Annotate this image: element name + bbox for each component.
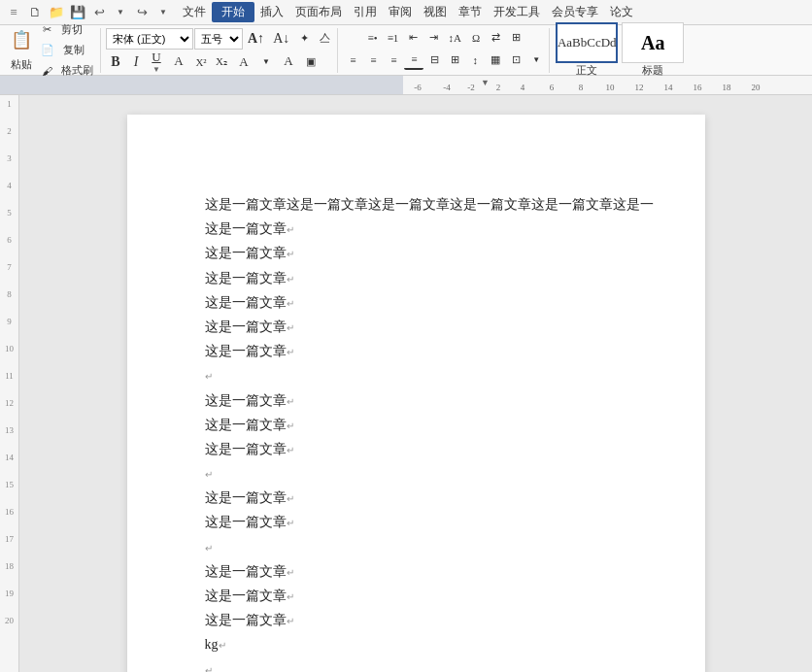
line-spacing-button[interactable]: ↕ [465,50,485,70]
underline-dropdown-icon[interactable]: ▼ [152,65,160,74]
style-heading-preview: Aa [641,32,664,54]
underline-label: U [152,50,160,65]
doc-line[interactable]: 这是一篇文章↵ [205,413,647,437]
open-doc-icon[interactable]: 📁 [47,3,66,22]
italic-button[interactable]: I [126,52,146,72]
menu-item-开发工具[interactable]: 开发工具 [488,2,546,22]
doc-line[interactable]: 这是一篇文章↵ [205,315,647,339]
redo-icon[interactable]: ↪ [132,3,152,22]
undo-icon[interactable]: ↩ [89,3,109,22]
font-color-button[interactable]: A [167,52,190,72]
style-normal-box[interactable]: AaBbCcDd [556,22,618,63]
vruler-mark: 3 [0,153,18,181]
doc-line[interactable]: 这是一篇文章↵ [205,486,647,510]
menu-item-章节[interactable]: 章节 [453,2,488,22]
highlight-button[interactable]: A [232,52,255,72]
align-center-button[interactable]: ≡ [363,50,383,70]
doc-line[interactable]: ↵ [205,535,647,559]
menu-item-论文[interactable]: 论文 [604,2,639,22]
vruler-mark: 8 [0,289,18,317]
align-justify-button[interactable]: ≡ [404,50,423,70]
paragraph-mark: ↵ [287,567,294,578]
numbered-list-button[interactable]: ≡1 [384,28,403,48]
doc-line[interactable]: 这是一篇文章↵ [205,241,647,265]
undo-dropdown-icon[interactable]: ▼ [111,3,130,22]
paragraph-mark: ↵ [287,298,294,309]
doc-line[interactable]: 这是一篇文章↵ [205,217,647,241]
special-char-button[interactable]: Ω [466,28,486,48]
align-left-button[interactable]: ≡ [343,50,362,70]
menu-item-开始[interactable]: 开始 [212,2,254,22]
bold-button[interactable]: B [106,52,125,72]
hamburger-menu-icon[interactable]: ≡ [4,3,23,22]
redo-dropdown-icon[interactable]: ▼ [153,3,173,22]
menu-item-会员专享[interactable]: 会员专享 [546,2,604,22]
text-color-button[interactable]: A [277,52,300,72]
doc-line[interactable]: 这是一篇文章↵ [205,290,647,315]
bullet-list-button[interactable]: ≡• [363,28,383,48]
align-right-button[interactable]: ≡ [384,50,403,70]
column-button[interactable]: ⊞ [445,50,464,70]
phonetic-icon[interactable]: 亼 [315,29,334,49]
clear-format-icon[interactable]: ✦ [294,29,314,49]
distributed-button[interactable]: ⊟ [424,50,444,70]
doc-line[interactable]: 这是一篇文章↵ [205,510,647,534]
vruler-mark: 11 [0,371,18,398]
doc-line[interactable]: ↵ [205,363,647,387]
sort-button[interactable]: ↕A [445,28,465,48]
menu-item-审阅[interactable]: 审阅 [383,2,418,22]
paragraph-mark: ↵ [287,445,294,455]
copy-button[interactable]: 📄 [37,41,58,60]
paste-label[interactable]: 粘贴 [7,55,36,75]
text-direction-button[interactable]: ⇄ [487,28,506,48]
paste-button[interactable]: 📋 [7,26,36,53]
border2-button[interactable]: ⊡ [506,50,525,70]
font-size-decrease-icon[interactable]: A↓ [269,29,293,49]
more-para-button[interactable]: ⊞ [507,28,526,48]
doc-line[interactable]: 这是一篇文章↵ [205,559,647,584]
font-size-increase-icon[interactable]: A↑ [244,29,268,49]
doc-line[interactable]: 这是一篇文章↵ [205,266,647,290]
cut-button[interactable]: ✂ [37,20,56,40]
style-heading-box[interactable]: Aa [622,22,684,63]
doc-line[interactable]: 这是一篇文章↵ [205,584,647,608]
superscript-button[interactable]: X² [191,52,211,72]
paragraph-mark: ↵ [287,591,294,602]
font-name-select[interactable]: 宋体 (正文) [106,28,193,50]
para-dropdown-icon[interactable]: ▼ [526,50,546,70]
font-size-select[interactable]: 五号 [194,28,243,50]
vruler-mark: 5 [0,208,18,235]
menu-item-引用[interactable]: 引用 [348,2,383,22]
menu-item-视图[interactable]: 视图 [418,2,453,22]
doc-line[interactable]: ↵ [205,657,647,672]
shading-button[interactable]: ▦ [486,50,505,70]
document-content[interactable]: 这是一篇文章这是一篇文章这是一篇文章这是一篇文章这是一篇文章这是一这是一篇文章↵… [205,192,647,672]
document-area[interactable]: 这是一篇文章这是一篇文章这是一篇文章这是一篇文章这是一篇文章这是一这是一篇文章↵… [19,95,812,672]
menu-item-文件[interactable]: 文件 [177,2,212,22]
paragraph-mark: ↵ [287,518,294,528]
paragraph-mark: ↵ [287,396,294,407]
subscript-button[interactable]: X₂ [212,52,231,72]
paragraph-mark: ↵ [205,469,213,480]
paragraph-mark: ↵ [287,274,294,285]
save-icon[interactable]: 💾 [68,3,87,22]
doc-line[interactable]: kg↵ [205,632,647,656]
highlight-dropdown-icon[interactable]: ▼ [256,52,276,72]
toolbar: 📋 粘贴 ✂ 剪切 📄 复制 🖌 格式刷 宋体 (正文) 五号 [0,25,812,76]
doc-line[interactable]: ↵ [205,461,647,486]
document-page[interactable]: 这是一篇文章这是一篇文章这是一篇文章这是一篇文章这是一篇文章这是一这是一篇文章↵… [127,115,705,672]
doc-line[interactable]: 这是一篇文章↵ [205,608,647,632]
vruler-mark: 20 [0,616,18,643]
indent-increase-button[interactable]: ⇥ [424,28,444,48]
border-button[interactable]: ▣ [301,52,321,72]
new-doc-icon[interactable]: 🗋 [25,3,45,22]
indent-decrease-button[interactable]: ⇤ [404,28,423,48]
menu-item-页面布局[interactable]: 页面布局 [289,2,348,22]
horizontal-ruler: -6 -4 -2 ▼ 2 4 6 8 10 12 14 16 18 20 [0,76,812,95]
doc-line[interactable]: 这是一篇文章↵ [205,388,647,413]
doc-line[interactable]: 这是一篇文章↵ [205,437,647,461]
doc-line[interactable]: 这是一篇文章这是一篇文章这是一篇文章这是一篇文章这是一篇文章这是一 [205,192,647,217]
underline-button[interactable]: U ▼ [147,52,166,72]
doc-line[interactable]: 这是一篇文章↵ [205,339,647,363]
menu-item-插入[interactable]: 插入 [254,2,289,22]
